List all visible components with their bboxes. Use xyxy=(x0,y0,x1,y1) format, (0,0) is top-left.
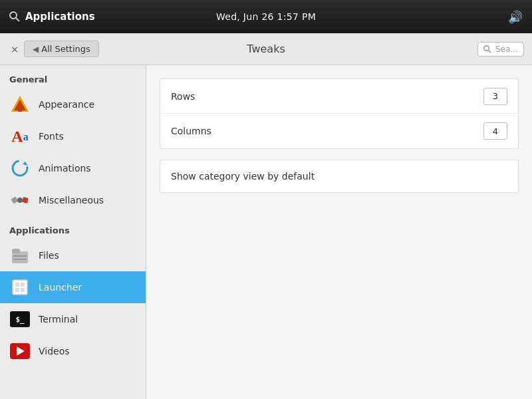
animations-icon xyxy=(9,158,31,179)
sidebar-item-videos-label: Videos xyxy=(39,346,70,356)
search-icon-top[interactable] xyxy=(9,11,20,22)
svg-rect-14 xyxy=(13,255,27,257)
rows-row: Rows 3 xyxy=(160,79,518,114)
videos-icon xyxy=(9,340,31,362)
sidebar-item-terminal[interactable]: $_ Terminal xyxy=(0,303,146,335)
subheader: × ◀ All Settings Tweaks Sea... xyxy=(0,33,532,65)
category-view-label: Show category view by default xyxy=(171,171,315,182)
sidebar-item-appearance[interactable]: Appearance xyxy=(0,88,146,120)
rows-label: Rows xyxy=(171,91,195,102)
svg-rect-19 xyxy=(15,288,19,292)
svg-rect-10 xyxy=(22,197,29,203)
category-view-card: Show category view by default xyxy=(160,160,519,193)
applications-section-label: Applications xyxy=(0,216,146,239)
svg-point-0 xyxy=(10,12,17,19)
sidebar-item-terminal-label: Terminal xyxy=(39,314,78,325)
sidebar-item-fonts-label: Fonts xyxy=(39,131,64,142)
search-placeholder: Sea... xyxy=(495,45,518,54)
svg-rect-17 xyxy=(15,283,19,287)
subheader-title: Tweaks xyxy=(247,43,285,55)
sidebar-item-animations-label: Animations xyxy=(39,163,91,174)
general-section-label: General xyxy=(0,65,146,88)
topbar-datetime: Wed, Jun 26 1:57 PM xyxy=(216,11,316,22)
sidebar-item-appearance-label: Appearance xyxy=(39,99,94,110)
search-icon xyxy=(483,45,491,53)
volume-icon[interactable]: 🔊 xyxy=(508,10,523,24)
rows-columns-card: Rows 3 Columns 4 xyxy=(160,78,519,149)
sidebar-item-launcher[interactable]: Launcher xyxy=(0,271,146,303)
sidebar-item-animations[interactable]: Animations xyxy=(0,152,146,184)
fonts-icon: Aa xyxy=(9,126,31,147)
topbar: Applications Wed, Jun 26 1:57 PM 🔊 xyxy=(0,0,532,33)
sidebar: General Appearance Aa Fonts xyxy=(0,65,146,399)
svg-rect-12 xyxy=(12,251,28,263)
sidebar-item-videos[interactable]: Videos xyxy=(0,335,146,367)
terminal-icon: $_ xyxy=(9,309,31,330)
svg-rect-20 xyxy=(21,288,25,292)
svg-marker-8 xyxy=(23,162,28,166)
columns-row: Columns 4 xyxy=(160,114,518,148)
category-view-row: Show category view by default xyxy=(171,171,507,182)
sidebar-item-launcher-label: Launcher xyxy=(39,282,82,293)
svg-line-3 xyxy=(489,50,491,53)
appearance-icon xyxy=(9,94,31,115)
miscellaneous-icon xyxy=(9,190,31,211)
sidebar-item-miscellaneous-label: Miscellaneous xyxy=(39,195,104,205)
svg-line-1 xyxy=(16,18,19,21)
search-area[interactable]: Sea... xyxy=(477,42,524,57)
svg-point-2 xyxy=(484,45,489,51)
svg-rect-18 xyxy=(21,283,25,287)
sidebar-item-files-label: Files xyxy=(39,250,59,261)
columns-value[interactable]: 4 xyxy=(483,122,507,140)
sidebar-item-miscellaneous[interactable]: Miscellaneous xyxy=(0,184,146,216)
svg-rect-15 xyxy=(13,259,27,260)
chevron-left-icon: ◀ xyxy=(33,45,39,54)
sidebar-item-fonts[interactable]: Aa Fonts xyxy=(0,120,146,152)
topbar-left: Applications xyxy=(9,11,95,23)
all-settings-button[interactable]: ◀ All Settings xyxy=(24,41,99,57)
files-icon xyxy=(9,245,31,266)
rows-value[interactable]: 3 xyxy=(483,88,507,105)
svg-point-11 xyxy=(17,198,23,203)
app-name: Applications xyxy=(25,11,95,23)
svg-rect-13 xyxy=(12,249,20,253)
close-button[interactable]: × xyxy=(8,43,21,56)
svg-rect-6 xyxy=(18,106,22,112)
columns-label: Columns xyxy=(171,126,211,136)
launcher-icon xyxy=(9,277,31,298)
content-area: Rows 3 Columns 4 Show category view by d… xyxy=(146,65,532,399)
sidebar-item-files[interactable]: Files xyxy=(0,239,146,271)
svg-rect-16 xyxy=(13,280,27,295)
svg-rect-9 xyxy=(11,197,19,204)
main-layout: General Appearance Aa Fonts xyxy=(0,65,532,399)
all-settings-label: All Settings xyxy=(41,44,90,54)
